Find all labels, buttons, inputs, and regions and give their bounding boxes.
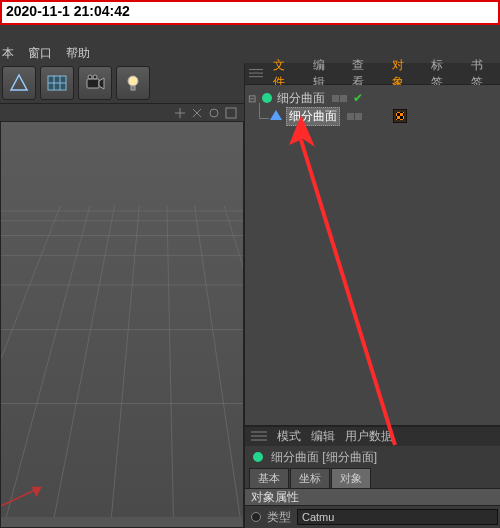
viewport-header bbox=[0, 103, 244, 121]
attr-tab-mode[interactable]: 模式 bbox=[277, 428, 301, 445]
annotation-arrow bbox=[245, 105, 475, 465]
enable-check-icon[interactable]: ✔ bbox=[353, 91, 363, 105]
svg-marker-6 bbox=[99, 78, 104, 89]
layer-dots[interactable] bbox=[347, 113, 362, 120]
main-toolbar bbox=[0, 63, 244, 103]
radio-icon[interactable] bbox=[251, 512, 261, 522]
svg-marker-35 bbox=[270, 110, 282, 120]
hierarchy-row[interactable]: ⊟ 细分曲面 ✔ bbox=[247, 89, 498, 107]
expand-toggle[interactable]: ⊟ bbox=[247, 93, 257, 104]
sds-icon bbox=[260, 91, 274, 105]
attribute-subtabs: 基本 坐标 对象 bbox=[245, 468, 500, 488]
section-title: 对象属性 bbox=[251, 489, 299, 506]
options-icon[interactable] bbox=[249, 67, 263, 81]
pan-icon[interactable] bbox=[173, 106, 187, 120]
object-hierarchy[interactable]: ⊟ 细分曲面 ✔ 细分曲面 bbox=[245, 85, 500, 426]
object-name[interactable]: 细分曲面 bbox=[286, 107, 340, 126]
svg-rect-5 bbox=[87, 79, 99, 88]
svg-point-40 bbox=[253, 452, 263, 462]
checker-tag-icon[interactable] bbox=[393, 109, 407, 123]
spacer bbox=[0, 33, 500, 43]
object-manager-tabs: 文件 编辑 查看 对象 标签 书签 bbox=[245, 63, 500, 85]
subtab-coord[interactable]: 坐标 bbox=[290, 468, 330, 488]
hierarchy-row[interactable]: 细分曲面 bbox=[247, 107, 498, 125]
layer-dots[interactable] bbox=[332, 95, 347, 102]
property-row: 类型 Catmu bbox=[245, 506, 500, 528]
floor-grid bbox=[1, 122, 243, 517]
svg-point-9 bbox=[128, 76, 138, 86]
spacer bbox=[0, 25, 500, 33]
svg-point-8 bbox=[93, 75, 97, 79]
light-tool-button[interactable] bbox=[116, 66, 150, 100]
sds-icon bbox=[251, 450, 265, 464]
svg-marker-0 bbox=[11, 75, 27, 90]
sds-child-icon bbox=[269, 109, 283, 123]
svg-point-11 bbox=[210, 109, 218, 117]
attribute-header: 细分曲面 [细分曲面] bbox=[245, 446, 500, 468]
svg-point-34 bbox=[262, 93, 272, 103]
options-icon[interactable] bbox=[251, 430, 267, 444]
poly-tool-button[interactable] bbox=[2, 66, 36, 100]
rotate-icon[interactable] bbox=[207, 106, 221, 120]
attr-tab-userdata[interactable]: 用户数据 bbox=[345, 428, 393, 445]
attribute-manager-tabs: 模式 编辑 用户数据 bbox=[245, 426, 500, 446]
maximize-icon[interactable] bbox=[224, 106, 238, 120]
grid-tool-button[interactable] bbox=[40, 66, 74, 100]
camera-tool-button[interactable] bbox=[78, 66, 112, 100]
attr-tab-edit[interactable]: 编辑 bbox=[311, 428, 335, 445]
timestamp-bar: 2020-11-1 21:04:42 bbox=[0, 0, 500, 25]
subtab-base[interactable]: 基本 bbox=[249, 468, 289, 488]
zoom-icon[interactable] bbox=[190, 106, 204, 120]
menu-item[interactable]: 帮助 bbox=[66, 45, 90, 62]
subtab-object[interactable]: 对象 bbox=[331, 468, 371, 488]
viewport[interactable] bbox=[0, 121, 244, 528]
svg-rect-10 bbox=[131, 86, 135, 90]
menu-item[interactable]: 本 bbox=[2, 45, 14, 62]
menu-item[interactable]: 窗口 bbox=[28, 45, 52, 62]
svg-rect-12 bbox=[226, 108, 236, 118]
light-icon bbox=[122, 72, 144, 94]
object-name[interactable]: 细分曲面 bbox=[277, 90, 325, 107]
dropdown-value: Catmu bbox=[302, 511, 334, 523]
camera-icon bbox=[84, 72, 106, 94]
section-header: 对象属性 bbox=[245, 488, 500, 506]
attribute-title: 细分曲面 [细分曲面] bbox=[271, 449, 377, 466]
property-label: 类型 bbox=[267, 509, 291, 526]
poly-icon bbox=[8, 72, 30, 94]
grid-icon bbox=[46, 72, 68, 94]
svg-rect-13 bbox=[1, 122, 243, 517]
svg-point-7 bbox=[88, 75, 92, 79]
type-dropdown[interactable]: Catmu bbox=[297, 509, 498, 525]
timestamp-text: 2020-11-1 21:04:42 bbox=[6, 3, 130, 19]
